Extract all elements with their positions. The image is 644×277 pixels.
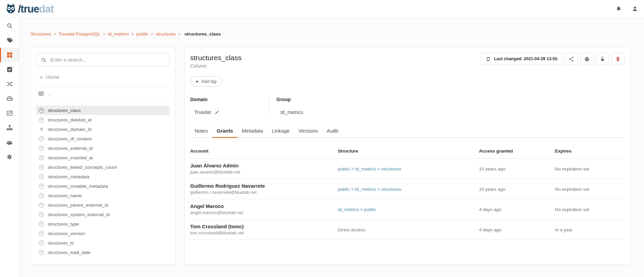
field-type-icon: # bbox=[39, 127, 44, 131]
structure-list-item[interactable]: ? structures_inserted_at bbox=[36, 153, 170, 162]
tab[interactable]: Audit bbox=[322, 125, 342, 138]
field-type-icon: ? bbox=[39, 184, 44, 189]
rail-item-lineage[interactable] bbox=[0, 77, 19, 91]
structure-list-item[interactable]: ? structures_system_external_id bbox=[36, 210, 170, 219]
tab[interactable]: Grants bbox=[212, 125, 237, 138]
search-input[interactable] bbox=[50, 57, 165, 63]
tab[interactable]: Metadata bbox=[238, 125, 268, 138]
rail-item-taxonomy[interactable] bbox=[0, 120, 19, 135]
rail-item-users[interactable] bbox=[0, 135, 19, 149]
structure-browser-panel: « Home .. ? structures_class ? structure… bbox=[30, 47, 175, 265]
account-name: Angel Maroco bbox=[190, 203, 338, 209]
tags-icon bbox=[6, 37, 13, 44]
breadcrumb-link[interactable]: Structures bbox=[30, 31, 51, 37]
share-icon bbox=[569, 56, 574, 62]
structure-name: structures_deleted_at bbox=[48, 117, 92, 122]
share-button[interactable] bbox=[565, 53, 578, 65]
rail-item-settings[interactable] bbox=[0, 149, 19, 164]
left-icon-rail bbox=[0, 18, 19, 277]
notifications-bell-icon[interactable] bbox=[616, 6, 622, 12]
structure-name: structures_external_id bbox=[48, 146, 93, 151]
last-changed-badge[interactable]: Last changed: 2021-04-29 13:55 bbox=[481, 53, 562, 65]
home-collapse-row[interactable]: « Home bbox=[40, 74, 170, 80]
user-profile-icon[interactable] bbox=[632, 6, 638, 12]
account-name: Tom Crossland (tomc) bbox=[190, 224, 338, 229]
structure-list-item[interactable]: ? structures_metadata bbox=[36, 172, 170, 181]
structure-list-item[interactable]: ? structures_load_date bbox=[36, 248, 170, 257]
grant-row: Angel Maroco angel.maroco@bluetab.net td… bbox=[190, 199, 624, 220]
structure-link[interactable]: public > td_metrics > structures bbox=[338, 166, 401, 171]
structure-link[interactable]: public > td_metrics > structures bbox=[338, 187, 401, 192]
account-name: Juan Álvarez Admin bbox=[190, 163, 338, 168]
structure-list-item[interactable]: ? structures_deleted_at bbox=[36, 115, 170, 124]
structure-name: structures_inserted_at bbox=[48, 155, 93, 160]
field-type-icon: ? bbox=[39, 250, 44, 255]
rail-item-structures[interactable] bbox=[0, 48, 19, 62]
home-label: Home bbox=[46, 74, 59, 80]
grants-column-header: Account bbox=[190, 146, 338, 159]
structure-list-item[interactable]: ? structures_df_content bbox=[36, 134, 170, 143]
structure-name: structures_type bbox=[48, 222, 79, 227]
users-icon bbox=[6, 139, 13, 146]
domain-group-section: Domain Truedat Group td_metrics bbox=[190, 97, 624, 115]
quality-gauge-button[interactable] bbox=[580, 53, 593, 65]
structure-name: structures_domain_id bbox=[48, 127, 91, 132]
field-type-icon: ? bbox=[39, 146, 44, 151]
account-email: angel.maroco@bluetab.net bbox=[190, 210, 338, 215]
tab[interactable]: Versions bbox=[294, 125, 323, 138]
structure-list-item[interactable]: ? structures_external_id bbox=[36, 143, 170, 153]
grants-column-header: Structure bbox=[338, 146, 479, 159]
search-icon bbox=[6, 23, 13, 29]
domain-label: Domain bbox=[190, 97, 261, 102]
account-name: Guillermo Rodriguez Navarrete bbox=[190, 183, 338, 189]
rail-item-rules[interactable] bbox=[0, 62, 19, 77]
field-type-icon: ? bbox=[39, 165, 44, 170]
account-email: guillermo.r.navarrete@bluetab.net bbox=[190, 190, 338, 195]
double-chevron-left-icon: « bbox=[40, 74, 43, 80]
parent-structure-row[interactable]: .. bbox=[36, 86, 170, 101]
structure-list-item[interactable]: ? structures_ts bbox=[36, 238, 170, 248]
breadcrumb-link[interactable]: public bbox=[136, 31, 148, 37]
rail-item-tags[interactable] bbox=[0, 33, 19, 48]
grants-column-header: Access granted bbox=[479, 146, 555, 159]
tab[interactable]: Notes bbox=[190, 125, 212, 138]
rail-item-search[interactable] bbox=[0, 19, 19, 33]
field-type-icon: ? bbox=[39, 136, 44, 141]
rail-item-systems[interactable] bbox=[0, 91, 19, 106]
structure-list-item[interactable]: ? structures_type bbox=[36, 219, 170, 229]
structure-list-item[interactable]: ? structures_linked_concepts_count bbox=[36, 162, 170, 172]
structure-list-item[interactable]: ? structures_class bbox=[36, 106, 170, 115]
structure-list-item[interactable]: ? structures_parent_external_id bbox=[36, 200, 170, 210]
structure-name: structures_linked_concepts_count bbox=[48, 165, 117, 170]
edit-domain-pencil-icon[interactable] bbox=[214, 110, 219, 115]
structure-search bbox=[36, 53, 170, 67]
structure-list-item[interactable]: ? structures_mutable_metadata bbox=[36, 181, 170, 191]
logo-text: /truedat bbox=[18, 4, 54, 14]
breadcrumb-separator: > bbox=[103, 31, 106, 37]
delete-button[interactable] bbox=[612, 53, 624, 65]
structure-link[interactable]: Direct access bbox=[338, 227, 365, 232]
structure-list-item[interactable]: # structures_domain_id bbox=[36, 124, 170, 134]
rail-item-dashboards[interactable] bbox=[0, 106, 19, 120]
owl-logo-icon bbox=[5, 3, 17, 15]
add-tag-button[interactable]: + Add tag bbox=[190, 76, 222, 87]
check-square-icon bbox=[6, 66, 13, 73]
field-type-icon: ? bbox=[39, 174, 44, 179]
breadcrumb-link[interactable]: td_metrics bbox=[108, 31, 129, 37]
truedat-logo[interactable]: /truedat bbox=[5, 3, 54, 15]
access-granted-value: 4 days ago bbox=[479, 207, 501, 212]
lock-button[interactable] bbox=[596, 53, 609, 65]
breadcrumb-link[interactable]: structures bbox=[156, 31, 176, 37]
structure-link[interactable]: td_metrics > public bbox=[338, 207, 376, 212]
breadcrumb-current: structures_class bbox=[184, 31, 221, 37]
structure-name: structures_version bbox=[48, 231, 85, 236]
structure-list-item[interactable]: ? structures_version bbox=[36, 229, 170, 238]
structure-list-item[interactable]: ? structures_name bbox=[36, 191, 170, 200]
breadcrumb-link[interactable]: Truedat PostgreSQL bbox=[59, 31, 100, 37]
field-type-icon: ? bbox=[39, 193, 44, 198]
structure-name: structures_metadata bbox=[48, 174, 89, 179]
tab[interactable]: Linkage bbox=[267, 125, 294, 138]
detail-tabs: Notes Grants Metadata Linkage Versions A… bbox=[190, 125, 624, 138]
structure-name: structures_class bbox=[48, 108, 81, 113]
unlock-icon bbox=[600, 56, 605, 62]
